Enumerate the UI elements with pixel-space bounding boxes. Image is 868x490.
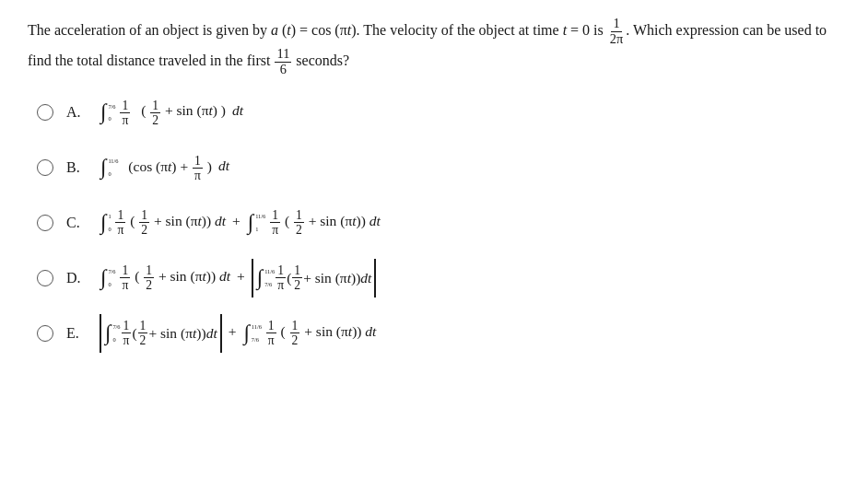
option-a-expr: ∫7/60 1π ( 12 + sin (πt) ) dt	[100, 93, 243, 132]
abs-e1: ∫7/60 1π ( 12 + sin (πt)) dt	[100, 314, 222, 353]
option-d-radio[interactable]	[37, 270, 53, 286]
option-d-label: D.	[66, 270, 87, 286]
integral-c1: ∫	[100, 204, 106, 242]
integral-d1: ∫	[100, 259, 106, 298]
option-e-expr: ∫7/60 1π ( 12 + sin (πt)) dt + ∫11/67/6 …	[100, 314, 376, 353]
options-list: A. ∫7/60 1π ( 12 + sin (πt) ) dt B. ∫11/…	[37, 93, 840, 352]
option-c-row: C. ∫10 1π ( 12 + sin (πt)) dt + ∫11/61 1…	[37, 204, 840, 242]
option-b-row: B. ∫11/60 (cos (πt) + 1π ) dt	[37, 148, 840, 187]
option-e-row: E. ∫7/60 1π ( 12 + sin (πt)) dt + ∫11/67…	[37, 314, 840, 353]
integral-c2: ∫	[248, 204, 253, 242]
option-e-radio[interactable]	[37, 325, 53, 342]
abs-d: ∫11/67/6 1π ( 12 + sin (πt)) dt	[252, 259, 377, 298]
option-c-radio[interactable]	[37, 215, 53, 231]
integral-a: ∫	[100, 93, 106, 132]
option-b-label: B.	[66, 159, 87, 176]
option-b-expr: ∫11/60 (cos (πt) + 1π ) dt	[100, 148, 229, 187]
option-a-row: A. ∫7/60 1π ( 12 + sin (πt) ) dt	[37, 93, 840, 132]
integral-e2: ∫	[243, 314, 249, 353]
integral-d2: ∫	[257, 259, 263, 298]
integral-b: ∫	[100, 148, 106, 187]
option-c-expr: ∫10 1π ( 12 + sin (πt)) dt + ∫11/61 1π (…	[100, 204, 381, 242]
option-e-label: E.	[66, 325, 87, 342]
option-a-radio[interactable]	[37, 104, 53, 121]
integral-e1: ∫	[105, 314, 111, 353]
option-d-row: D. ∫7/60 1π ( 12 + sin (πt)) dt + ∫11/67…	[37, 259, 840, 298]
option-a-label: A.	[66, 104, 87, 121]
option-b-radio[interactable]	[37, 159, 53, 176]
option-d-expr: ∫7/60 1π ( 12 + sin (πt)) dt + ∫11/67/6 …	[100, 259, 376, 298]
problem-statement: The acceleration of an object is given b…	[28, 17, 840, 76]
option-c-label: C.	[66, 215, 87, 231]
problem-line1: The acceleration of an object is given b…	[28, 22, 827, 68]
